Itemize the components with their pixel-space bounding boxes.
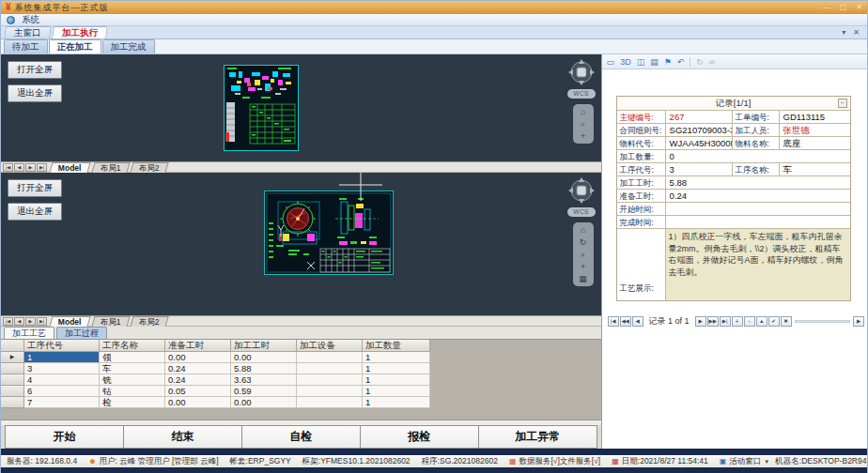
layout-nav-first-icon[interactable]: |◀ — [3, 163, 13, 172]
table-row[interactable]: 6 钻 0.05 0.59 1 — [1, 386, 601, 397]
exit-fullscreen-button-bottom[interactable]: 退出全屏 — [8, 203, 62, 221]
start-button[interactable]: 开始 — [5, 425, 124, 449]
viewer-toolbar-bottom[interactable]: ⌂ ↻ ⌕ + ▦ — [573, 222, 594, 286]
close-icon[interactable]: ✕ — [856, 2, 862, 13]
grid-cell[interactable] — [297, 397, 363, 408]
view-compass-top[interactable] — [568, 59, 595, 85]
list-view-icon[interactable]: ▤ — [650, 55, 659, 69]
grid-cell[interactable]: 4 — [24, 374, 100, 386]
grid-cell[interactable]: 1 — [363, 363, 430, 374]
layout-tab-1[interactable]: 布局1 — [91, 162, 130, 173]
view-compass-bottom[interactable] — [568, 177, 595, 204]
grid-cell[interactable] — [297, 374, 363, 386]
nav-prev-page-button[interactable]: ◀◀ — [620, 316, 631, 327]
orbit-icon[interactable]: ↻ — [580, 237, 587, 247]
cad-viewport-bottom[interactable]: 打开全屏 退出全屏 — [1, 173, 601, 315]
grid-cell[interactable]: 0.24 — [165, 363, 231, 374]
report-check-button[interactable]: 报检 — [360, 425, 479, 449]
split-view-icon[interactable]: ◫ — [637, 55, 645, 69]
tab-process-craft[interactable]: 加工工艺 — [4, 327, 54, 339]
viewer-toolbar-top[interactable]: ⌂ ⌕ + — [573, 104, 594, 144]
restore-icon[interactable]: ▢ — [840, 2, 847, 13]
grid-cell[interactable]: 1 — [363, 386, 430, 397]
layout-nav-next-icon[interactable]: ▶ — [25, 317, 36, 326]
abnormal-button[interactable]: 加工异常 — [478, 425, 597, 449]
layout-nav-first-icon[interactable]: |◀ — [3, 317, 13, 326]
col-op-code[interactable]: 工序代号 — [24, 340, 100, 352]
box-icon[interactable]: ▦ — [579, 274, 587, 283]
grid-cell[interactable]: 1 — [363, 397, 430, 408]
col-equipment[interactable]: 加工设备 — [297, 340, 363, 352]
layout-tab-model[interactable]: Model — [49, 316, 90, 327]
grid-cell[interactable]: 7 — [24, 397, 100, 408]
nav-cancel-button[interactable]: ✖ — [781, 316, 792, 327]
nav-next-button[interactable]: ▶ — [695, 316, 706, 327]
grid-cell[interactable]: 检 — [100, 397, 165, 408]
flag-icon[interactable]: ⚑ — [664, 55, 672, 69]
grid-cell[interactable] — [297, 352, 363, 363]
wcs-badge-top[interactable]: WCS — [567, 89, 596, 99]
layout-tab-2[interactable]: 布局2 — [131, 162, 169, 173]
grid-cell[interactable]: 钻 — [100, 386, 165, 397]
grid-cell[interactable]: 0.00 — [231, 352, 297, 363]
collapse-icon[interactable]: − — [838, 99, 847, 108]
form-view-icon[interactable]: ▭ — [607, 55, 615, 69]
undo-icon[interactable]: ↶ — [677, 55, 685, 69]
layout-nav-prev-icon[interactable]: ◀ — [14, 163, 24, 172]
exit-fullscreen-button-top[interactable]: 退出全屏 — [8, 84, 62, 102]
layout-nav-next-icon[interactable]: ▶ — [25, 163, 36, 172]
layout-nav-prev-icon[interactable]: ◀ — [14, 317, 24, 326]
nav-delete-button[interactable]: − — [744, 316, 755, 327]
grid-cell[interactable]: 1 — [24, 352, 100, 363]
layout-nav-last-icon[interactable]: ▶| — [37, 317, 47, 326]
tab-process-course[interactable]: 加工过程 — [56, 327, 107, 339]
scroll-right-button[interactable]: ▶ — [853, 316, 864, 327]
zoom-icon[interactable]: ⌕ — [581, 250, 585, 259]
nav-prev-button[interactable]: ◀ — [632, 316, 643, 327]
tab-done[interactable]: 加工完成 — [102, 39, 155, 53]
grid-cell[interactable] — [297, 386, 363, 397]
grid-cell[interactable]: 铣 — [100, 374, 165, 386]
end-button[interactable]: 结束 — [123, 425, 242, 449]
link-icon[interactable]: ∞ — [709, 55, 715, 69]
grid-cell[interactable]: 车 — [100, 363, 165, 374]
grid-cell[interactable]: 0.00 — [165, 352, 231, 363]
col-quantity[interactable]: 加工数量 — [363, 340, 430, 352]
nav-first-button[interactable]: |◀ — [608, 316, 619, 327]
layout-nav-last-icon[interactable]: ▶| — [37, 163, 47, 172]
3d-view-icon[interactable]: 3D — [620, 55, 631, 69]
grid-cell[interactable]: 5.88 — [231, 363, 297, 374]
table-row[interactable]: 7 检 0.00 0.00 1 — [1, 397, 601, 408]
nav-post-button[interactable]: ✔ — [768, 316, 780, 327]
nav-append-button[interactable]: + — [732, 316, 743, 327]
layout-tab-2[interactable]: 布局2 — [131, 316, 169, 327]
grid-cell[interactable]: 0.05 — [165, 386, 231, 397]
grid-cell[interactable]: 0.24 — [165, 374, 231, 386]
zoom-icon[interactable]: ⌕ — [581, 119, 585, 129]
pan-icon[interactable]: + — [581, 262, 585, 271]
grid-cell[interactable]: 0.00 — [231, 397, 297, 408]
scroll-track[interactable] — [795, 320, 850, 323]
grid-cell[interactable]: 0.00 — [165, 397, 231, 408]
pan-icon[interactable]: + — [581, 131, 585, 141]
wcs-badge-bottom[interactable]: WCS — [567, 207, 596, 217]
grid-cell[interactable]: 6 — [24, 386, 100, 397]
grid-cell[interactable]: 3.63 — [231, 374, 297, 386]
grid-cell[interactable]: 0.59 — [231, 386, 297, 397]
open-fullscreen-button-bottom[interactable]: 打开全屏 — [8, 179, 62, 197]
tab-processing-exec[interactable]: 加工执行 — [52, 26, 108, 38]
nav-last-button[interactable]: ▶| — [720, 316, 731, 327]
self-check-button[interactable]: 自检 — [241, 425, 361, 449]
col-op-name[interactable]: 工序名称 — [100, 340, 165, 352]
status-active-window[interactable]: ▣活动窗口▼ — [720, 456, 770, 467]
tab-close-icon[interactable]: ✕ — [853, 28, 860, 37]
open-fullscreen-button-top[interactable]: 打开全屏 — [8, 61, 62, 79]
col-prep-hours[interactable]: 准备工时 — [165, 340, 231, 352]
refresh-icon[interactable]: ↻ — [696, 55, 704, 69]
tab-main-window[interactable]: 主窗口 — [4, 26, 51, 38]
cad-viewport-top[interactable]: 打开全屏 退出全屏 — [1, 54, 601, 161]
grid-cell[interactable] — [297, 363, 363, 374]
grid-cell[interactable]: 领 — [100, 352, 165, 363]
home-icon[interactable]: ⌂ — [581, 107, 585, 116]
nav-edit-button[interactable]: ▲ — [756, 316, 767, 327]
